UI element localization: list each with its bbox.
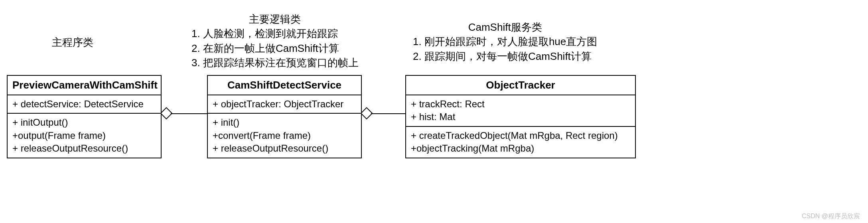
uml-method: +objectTracking(Mat mRgba) bbox=[411, 142, 630, 155]
uml-attr: + hist: Mat bbox=[411, 111, 630, 123]
uml-attr: + trackRect: Rect bbox=[411, 98, 630, 111]
desc-main-class-text: 主程序类 bbox=[52, 36, 93, 48]
uml-class-detect: CamShiftDetectService + objectTracker: O… bbox=[207, 75, 362, 158]
desc-camshift-line1: 1. 刚开始跟踪时，对人脸提取hue直方图 bbox=[413, 34, 597, 49]
desc-camshift-line2: 2. 跟踪期间，对每一帧做CamShift计算 bbox=[413, 49, 597, 63]
desc-logic-title: 主要逻辑类 bbox=[191, 12, 359, 26]
uml-class-detect-name: CamShiftDetectService bbox=[208, 76, 361, 95]
desc-logic-line2: 2. 在新的一帧上做CamShift计算 bbox=[191, 41, 359, 55]
uml-class-preview-name: PreviewCameraWithCamShift bbox=[8, 76, 161, 95]
uml-method: +output(Frame frame) bbox=[12, 129, 156, 142]
desc-camshift-service: CamShift服务类 1. 刚开始跟踪时，对人脸提取hue直方图 2. 跟踪期… bbox=[413, 20, 597, 63]
uml-method: + releaseOutputResource() bbox=[213, 142, 356, 155]
uml-method: + releaseOutputResource() bbox=[12, 142, 156, 155]
connector-line bbox=[171, 113, 207, 114]
uml-class-tracker-name: ObjectTracker bbox=[406, 76, 635, 95]
uml-method: + init() bbox=[213, 116, 356, 129]
uml-method: +convert(Frame frame) bbox=[213, 129, 356, 142]
desc-logic-class: 主要逻辑类 1. 人脸检测，检测到就开始跟踪 2. 在新的一帧上做CamShif… bbox=[191, 12, 359, 70]
watermark: CSDN @程序员欣宸 bbox=[802, 212, 860, 221]
desc-logic-line1: 1. 人脸检测，检测到就开始跟踪 bbox=[191, 26, 359, 41]
uml-class-tracker-methods: + createTrackedObject(Mat mRgba, Rect re… bbox=[406, 127, 635, 158]
uml-class-preview: PreviewCameraWithCamShift + detectServic… bbox=[7, 75, 162, 158]
uml-class-preview-attrs: + detectService: DetectService bbox=[8, 95, 161, 114]
uml-class-tracker-attrs: + trackRect: Rect + hist: Mat bbox=[406, 95, 635, 127]
uml-class-detect-attrs: + objectTracker: ObjectTracker bbox=[208, 95, 361, 114]
uml-attr: + objectTracker: ObjectTracker bbox=[213, 98, 356, 111]
uml-method: + initOutput() bbox=[12, 116, 156, 129]
desc-camshift-title: CamShift服务类 bbox=[413, 20, 597, 34]
uml-class-detect-methods: + init() +convert(Frame frame) + release… bbox=[208, 114, 361, 157]
desc-main-class: 主程序类 bbox=[52, 35, 93, 49]
uml-attr: + detectService: DetectService bbox=[12, 98, 156, 111]
uml-method: + createTrackedObject(Mat mRgba, Rect re… bbox=[411, 129, 630, 142]
uml-class-tracker: ObjectTracker + trackRect: Rect + hist: … bbox=[405, 75, 636, 158]
connector-line bbox=[371, 113, 405, 114]
desc-logic-line3: 3. 把跟踪结果标注在预览窗口的帧上 bbox=[191, 55, 359, 70]
uml-class-preview-methods: + initOutput() +output(Frame frame) + re… bbox=[8, 114, 161, 157]
